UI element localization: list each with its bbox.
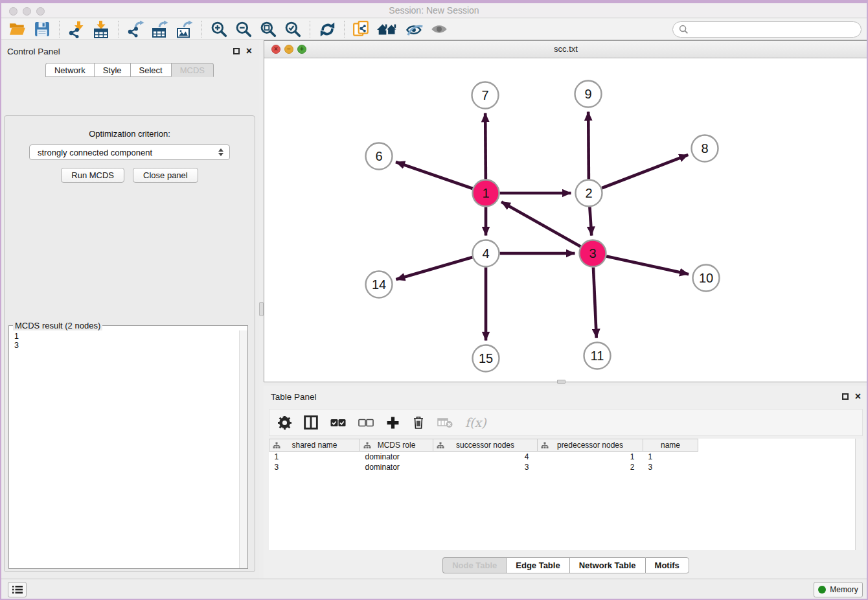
task-history-button[interactable] — [8, 582, 27, 597]
column-header-shared-name[interactable]: shared name — [269, 439, 360, 452]
tab-node-table[interactable]: Node Table — [442, 557, 506, 573]
graph-edge-1-7[interactable] — [485, 113, 486, 179]
eye-slash-icon — [405, 21, 424, 38]
network-canvas[interactable]: 1234678910111415 — [264, 58, 867, 382]
graph-edge-2-9[interactable] — [588, 111, 589, 179]
hide-selected-button[interactable] — [402, 19, 427, 39]
zoom-in-button[interactable] — [207, 19, 231, 39]
show-all-button[interactable] — [427, 19, 451, 39]
apply-layout-button[interactable] — [315, 19, 339, 39]
selected-criterion: strongly connected component — [38, 148, 216, 157]
table-cell[interactable]: 1 — [643, 452, 698, 462]
graph-edge-3-10[interactable] — [606, 257, 689, 275]
open-session-button[interactable] — [5, 19, 30, 39]
tab-mcds[interactable]: MCDS — [171, 63, 214, 77]
refresh-icon — [319, 21, 336, 38]
delete-table-button[interactable] — [437, 417, 453, 428]
graph-node-15[interactable]: 15 — [473, 345, 499, 372]
table-cell[interactable]: 3 — [643, 462, 698, 472]
tab-style[interactable]: Style — [94, 63, 130, 77]
delete-column-button[interactable] — [412, 415, 425, 430]
graph-node-14[interactable]: 14 — [366, 271, 393, 298]
graph-node-7[interactable]: 7 — [472, 82, 499, 109]
memory-button[interactable]: Memory — [814, 582, 863, 597]
zoom-out-button[interactable] — [231, 19, 256, 39]
export-network-icon — [127, 21, 144, 38]
table-cell[interactable]: 3 — [433, 462, 538, 472]
table-cell[interactable]: 1 — [538, 452, 643, 462]
graph-edge-2-3[interactable] — [589, 207, 591, 235]
network-graph: 1234678910111415 — [264, 58, 867, 382]
search-box[interactable] — [672, 21, 862, 38]
graph-node-10[interactable]: 10 — [693, 265, 720, 292]
optimization-criterion-select[interactable]: strongly connected component — [29, 144, 230, 160]
tab-network[interactable]: Network — [45, 63, 94, 77]
table-cell[interactable]: dominator — [360, 462, 433, 472]
graph-edge-1-6[interactable] — [396, 162, 473, 189]
table-cell[interactable]: 3 — [269, 462, 360, 472]
table-cell[interactable]: 4 — [433, 452, 538, 462]
graph-edge-2-8[interactable] — [602, 155, 688, 188]
table-cell[interactable]: dominator — [360, 452, 433, 462]
graph-node-4[interactable]: 4 — [473, 240, 499, 267]
close-icon[interactable]: × — [246, 48, 252, 54]
table-row[interactable]: 3dominator323 — [269, 462, 856, 472]
network-file-button[interactable] — [349, 19, 374, 39]
function-builder-button[interactable]: f(x) — [465, 415, 486, 430]
select-all-button[interactable] — [330, 419, 346, 427]
graph-node-2[interactable]: 2 — [576, 180, 602, 207]
result-scrollbar[interactable] — [239, 330, 247, 568]
tab-network-table[interactable]: Network Table — [569, 557, 645, 573]
search-input[interactable] — [692, 24, 861, 35]
export-image-button[interactable] — [172, 19, 197, 39]
float-window-icon[interactable] — [233, 48, 240, 54]
graph-node-1[interactable]: 1 — [473, 180, 499, 207]
delete-table-icon — [437, 417, 453, 428]
float-window-icon[interactable] — [842, 393, 849, 400]
zoom-selected-button[interactable] — [280, 19, 305, 39]
table-tabs: Node TableEdge TableNetwork TableMotifs — [264, 557, 868, 573]
tab-motifs[interactable]: Motifs — [645, 557, 689, 573]
table-cell[interactable]: 1 — [269, 452, 360, 462]
zoom-fit-button[interactable] — [256, 19, 280, 39]
eye-icon — [430, 21, 448, 37]
close-icon[interactable]: × — [855, 393, 861, 400]
column-header-name[interactable]: name — [643, 439, 698, 452]
export-network-button[interactable] — [123, 19, 148, 39]
graph-edge-4-14[interactable] — [396, 257, 472, 279]
table-panel-header: Table Panel × — [264, 386, 868, 408]
window-title: Session: New Session — [0, 5, 868, 16]
export-table-button[interactable] — [148, 19, 172, 39]
run-mcds-button[interactable]: Run MCDS — [61, 168, 124, 183]
graph-node-6[interactable]: 6 — [366, 143, 393, 170]
deselect-all-button[interactable] — [358, 419, 374, 427]
tab-edge-table[interactable]: Edge Table — [506, 557, 569, 573]
column-header-predecessor-nodes[interactable]: predecessor nodes — [538, 439, 643, 452]
add-column-button[interactable] — [386, 416, 400, 430]
window-resize-grip[interactable] — [557, 380, 565, 384]
graph-node-11[interactable]: 11 — [584, 343, 611, 369]
graph-edge-3-1[interactable] — [501, 202, 580, 247]
splitter-grip[interactable] — [259, 302, 264, 316]
graph-node-8[interactable]: 8 — [692, 135, 718, 162]
graph-node-9[interactable]: 9 — [575, 81, 602, 108]
column-header-successor-nodes[interactable]: successor nodes — [433, 439, 538, 452]
import-network-button[interactable] — [64, 19, 89, 39]
import-table-button[interactable] — [89, 19, 113, 39]
tab-select[interactable]: Select — [130, 63, 171, 77]
table-scrollbar[interactable] — [855, 439, 863, 550]
table-settings-button[interactable] — [278, 416, 291, 430]
save-session-button[interactable] — [30, 19, 54, 39]
window-titlebar: Session: New Session — [0, 0, 868, 18]
home-button[interactable] — [374, 19, 402, 39]
close-panel-button[interactable]: Close panel — [133, 168, 198, 183]
column-header-mcds-role[interactable]: MCDS role — [360, 439, 433, 452]
table-row[interactable]: 1dominator411 — [269, 452, 856, 462]
table-cell[interactable]: 2 — [538, 462, 643, 472]
graph-edge-3-11[interactable] — [593, 267, 597, 338]
import-network-icon — [68, 21, 86, 38]
show-columns-button[interactable] — [304, 415, 318, 430]
svg-text:15: 15 — [479, 351, 493, 365]
graph-node-3[interactable]: 3 — [580, 240, 606, 267]
panel-splitter[interactable] — [259, 40, 264, 579]
